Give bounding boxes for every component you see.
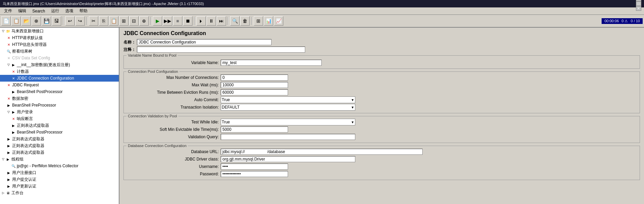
tree-item-user-submit-auth[interactable]: ▶ 用户提交认证 <box>0 176 119 183</box>
data-encrypt-icon: ✕ <box>6 96 11 101</box>
toolbar-paste[interactable]: 📋 <box>109 16 118 26</box>
tree-item-csv[interactable]: ✕ CSV Data Set Config <box>0 55 119 61</box>
tree-item-regex-4[interactable]: ▶ 正则表达式提取器 <box>0 149 119 156</box>
toolbar-stop[interactable]: ■ <box>173 16 182 26</box>
toolbar-report[interactable]: 📈 <box>274 16 283 26</box>
tree-item-regex-2[interactable]: ▶ 正则表达式提取器 <box>0 136 119 142</box>
toolbar-shutdown[interactable]: ⏹ <box>183 16 192 26</box>
tree-item-regex-1[interactable]: ▶ 正则表达式提取器 <box>0 122 119 129</box>
expand-init-icon[interactable]: ▽ <box>6 62 11 67</box>
toolbar-clear[interactable]: 🗑 <box>240 16 250 26</box>
toolbar-templates[interactable]: 📋 <box>11 16 21 26</box>
database-url-label: Database URL: <box>127 149 221 154</box>
toolbar-search[interactable]: 🔍 <box>230 16 240 26</box>
tree-item-beanshell-pre[interactable]: ▶ BeanShell PreProcessor <box>0 102 119 109</box>
init-icon: ▶ <box>11 62 16 67</box>
toolbar-sep-4 <box>194 17 195 25</box>
tree-item-user-register[interactable]: ▶ 用户注册接口 <box>0 169 119 176</box>
tree-item-user-login[interactable]: ▽ ▶ 用户登录 <box>0 109 119 115</box>
tree-item-view-results[interactable]: 🔍 察看结果树 <box>0 48 119 55</box>
tree-item-perfmon[interactable]: 🔍 jp@gc - PerfMon Metrics Collector <box>0 163 119 169</box>
menu-edit[interactable]: 编辑 <box>15 7 29 14</box>
auto-commit-label: Auto Commit: <box>127 97 221 102</box>
tree-item-http-defaults[interactable]: ✕ HTTP请求默认值 <box>0 34 119 41</box>
validation-query-input[interactable] <box>221 134 355 140</box>
menu-bar: 文件 编辑 Search 运行 选项 帮助 <box>0 7 644 15</box>
password-row: Password: <box>127 170 637 178</box>
tree-item-regex-3[interactable]: ▶ 正则表达式提取器 <box>0 142 119 149</box>
tree-item-http-header[interactable]: ✕ HTTP信息头管理器 <box>0 41 119 48</box>
tree-item-workbench[interactable]: ▷ 🖥 工作台 <box>0 190 119 196</box>
variable-name-input[interactable] <box>221 60 322 66</box>
http-defaults-icon: ✕ <box>6 35 11 40</box>
toolbar-expand[interactable]: ⊞ <box>119 16 129 26</box>
perfmon-icon: 🔍 <box>11 163 16 169</box>
expand-login-icon[interactable]: ▽ <box>6 110 11 114</box>
name-input[interactable] <box>137 39 272 45</box>
toolbar-save[interactable]: 💾 <box>42 16 51 26</box>
expand-wb-icon[interactable]: ▷ <box>1 191 5 195</box>
database-url-input[interactable] <box>221 149 423 155</box>
toolbar-close[interactable]: ⊗ <box>32 16 41 26</box>
tree-item-jdbc-request[interactable]: ✕ JDBC Request <box>0 82 119 88</box>
jdbc-request-icon: ✕ <box>6 82 11 88</box>
tree-item-user-update-auth[interactable]: ▶ 用户更新认证 <box>0 183 119 190</box>
tree-item-data-encrypt[interactable]: ✕ 数据加密 <box>0 95 119 102</box>
toolbar-new[interactable]: 📄 <box>1 16 11 26</box>
comment-input[interactable] <box>137 47 305 53</box>
toolbar-remote-start[interactable]: ⏵ <box>196 16 206 26</box>
toolbar-undo[interactable]: ↩ <box>65 16 75 26</box>
tree-item-malaysia[interactable]: ▽ 📁 马来西亚新增接口 <box>0 28 119 34</box>
toolbar-open[interactable]: 📂 <box>22 16 31 26</box>
toolbar-graph[interactable]: 📊 <box>264 16 273 26</box>
close-btn[interactable]: ✕ <box>636 6 641 11</box>
auto-commit-select[interactable]: True ▼ <box>221 96 355 103</box>
soft-min-input[interactable] <box>221 126 288 133</box>
tree-item-beanshell-post-2[interactable]: ▶ BeanShell PostProcessor <box>0 129 119 136</box>
test-while-idle-select[interactable]: True ▼ <box>221 119 355 125</box>
expand-tg-icon[interactable]: ▽ <box>1 157 5 162</box>
toolbar-start[interactable]: ▶ <box>153 16 162 26</box>
warning-count: 0 ⚠ <box>621 19 628 23</box>
password-input[interactable] <box>221 171 288 177</box>
workbench-icon: 🖥 <box>5 190 11 196</box>
jdbc-config-icon: ✕ <box>11 76 16 81</box>
tree-item-response-assert[interactable]: ✕ 响应断言 <box>0 115 119 122</box>
expand-icon[interactable]: ▽ <box>1 29 5 33</box>
menu-run[interactable]: 运行 <box>48 7 62 14</box>
transaction-isolation-row: Transaction Isolation: DEFAULT ▼ <box>127 104 637 111</box>
time-between-input[interactable] <box>221 89 288 95</box>
tree-item-thread-group[interactable]: ▽ ▶ 线程组 <box>0 156 119 163</box>
user-submit-auth-icon: ▶ <box>6 177 11 182</box>
menu-search[interactable]: Search <box>30 8 48 14</box>
test-while-idle-label: Test While Idle: <box>127 120 221 124</box>
menu-options[interactable]: 选项 <box>63 7 76 14</box>
toolbar-zoom[interactable]: ⊕ <box>139 16 149 26</box>
max-wait-input[interactable] <box>221 82 288 88</box>
tree-item-counter[interactable]: ✕ 计数器 <box>0 68 119 75</box>
menu-file[interactable]: 文件 <box>1 7 15 14</box>
toolbar-table[interactable]: ⊞ <box>254 16 263 26</box>
jdbc-driver-input[interactable] <box>221 156 355 162</box>
tree-item-init[interactable]: ▽ ▶ __init__加密数据(更改后注册) <box>0 61 119 68</box>
toolbar-copy[interactable]: ⎘ <box>99 16 108 26</box>
username-input[interactable] <box>221 164 288 170</box>
toolbar-sep-1 <box>63 17 64 25</box>
max-connections-input[interactable] <box>221 75 288 81</box>
toolbar-remote-all[interactable]: ⏭ <box>217 16 226 26</box>
maximize-btn[interactable]: □ <box>636 1 641 6</box>
counter-icon: ✕ <box>11 69 16 74</box>
toolbar-start-no-pause[interactable]: ▶▶ <box>163 16 172 26</box>
toolbar-remote-stop[interactable]: ⏸ <box>207 16 216 26</box>
toolbar-cut[interactable]: ✂ <box>89 16 98 26</box>
tree-item-jdbc-config[interactable]: ✕ JDBC Connection Configuration <box>0 75 119 82</box>
max-connections-label: Max Number of Connections: <box>127 75 221 80</box>
toolbar-collapse[interactable]: ⊟ <box>129 16 139 26</box>
menu-help[interactable]: 帮助 <box>77 7 90 14</box>
tree-item-beanshell-post[interactable]: ▶ BeanShell PostProcessor <box>0 88 119 95</box>
transaction-isolation-select[interactable]: DEFAULT ▼ <box>221 104 355 111</box>
toolbar-redo[interactable]: ↪ <box>75 16 85 26</box>
toolbar-save-as[interactable]: 🖫 <box>52 16 61 26</box>
jdbc-driver-row: JDBC Driver class: <box>127 155 637 163</box>
progress-count: 0 / 10 <box>631 19 640 23</box>
